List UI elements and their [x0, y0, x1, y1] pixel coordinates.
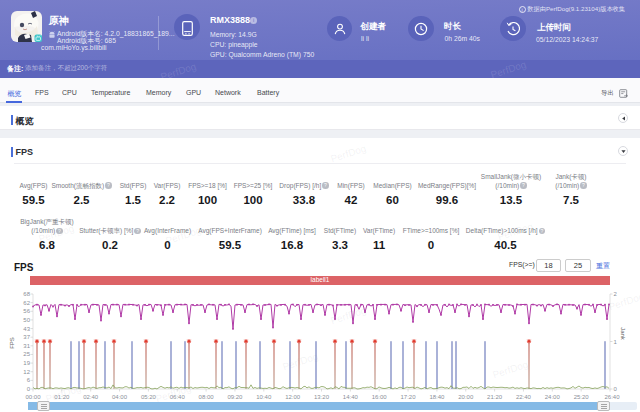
svg-text:56: 56: [23, 308, 30, 314]
svg-text:02:40: 02:40: [83, 394, 99, 400]
svg-text:1: 1: [614, 339, 618, 345]
svg-text:0: 0: [614, 386, 618, 392]
svg-text:18:40: 18:40: [429, 394, 445, 400]
svg-text:43: 43: [23, 326, 30, 332]
svg-text:25:20: 25:20: [574, 394, 590, 400]
svg-text:16:00: 16:00: [372, 394, 388, 400]
svg-text:37: 37: [23, 334, 30, 340]
svg-text:14:40: 14:40: [343, 394, 359, 400]
svg-text:25: 25: [23, 351, 30, 357]
svg-text:00:00: 00:00: [25, 394, 41, 400]
svg-text:20:00: 20:00: [458, 394, 474, 400]
svg-text:68: 68: [23, 291, 30, 297]
svg-text:10:40: 10:40: [256, 394, 272, 400]
svg-text:22:40: 22:40: [516, 394, 532, 400]
svg-text:50: 50: [23, 317, 30, 323]
svg-text:08:00: 08:00: [199, 394, 215, 400]
svg-text:04:00: 04:00: [112, 394, 128, 400]
svg-text:FPS: FPS: [9, 337, 15, 349]
svg-text:12:00: 12:00: [285, 394, 301, 400]
svg-text:19: 19: [23, 360, 30, 366]
svg-text:17:20: 17:20: [401, 394, 417, 400]
svg-text:24:00: 24:00: [545, 394, 561, 400]
svg-text:0: 0: [27, 386, 31, 392]
svg-text:31: 31: [23, 343, 30, 349]
svg-text:09:20: 09:20: [227, 394, 243, 400]
svg-text:2: 2: [614, 291, 618, 297]
svg-text:6: 6: [27, 377, 31, 383]
svg-text:62: 62: [23, 300, 30, 306]
svg-text:13:20: 13:20: [314, 394, 330, 400]
svg-text:26:40: 26:40: [604, 394, 620, 400]
svg-text:Jank: Jank: [620, 327, 626, 341]
svg-text:12: 12: [23, 369, 30, 375]
svg-text:21:20: 21:20: [487, 394, 503, 400]
